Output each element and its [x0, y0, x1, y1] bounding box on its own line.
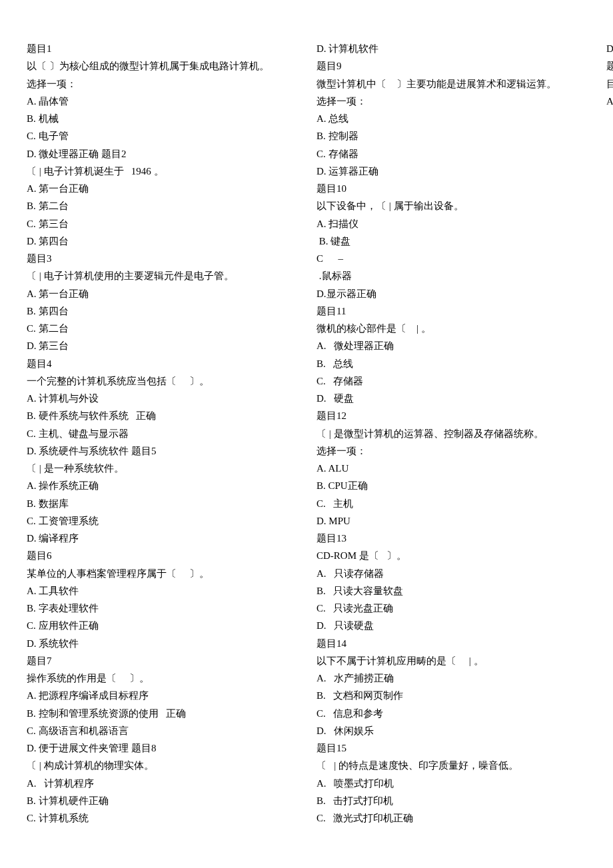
text-line: 题目6	[27, 547, 297, 564]
text-line: C –	[316, 250, 586, 267]
text-line: 〔 | 电子计算机诞生于 1946 。	[27, 163, 297, 180]
text-line: B. 控制器	[316, 127, 586, 145]
text-line: 题目7	[27, 652, 297, 669]
text-line: A. 只读存储器	[316, 565, 586, 582]
text-line: A. 计算机程序	[27, 775, 297, 792]
text-line: 题目11	[316, 302, 586, 320]
text-line: C. 工资管理系统	[27, 512, 297, 530]
text-line: C. 高级语言和机器语言	[27, 722, 297, 739]
text-line: C. 信息和参考	[316, 705, 586, 722]
text-line: 题目10	[316, 180, 586, 197]
text-line: D. MPU	[316, 512, 586, 530]
text-line: D. 第三台	[27, 337, 297, 354]
text-line: CD-ROM 是〔 〕。	[316, 547, 586, 564]
text-line: D. 系统硬件与系统软件 题目5	[27, 442, 297, 460]
text-line: B. 文档和网页制作	[316, 687, 586, 704]
text-line: 〔 | 电子计算机使用的主要逻辑元件是电子管。	[27, 267, 297, 284]
text-line: 题目4	[27, 355, 297, 372]
text-line: 操作系统的作用是〔 〕。	[27, 669, 297, 687]
text-line: A. 水产捕捞正确	[316, 669, 586, 687]
text-line: 选择一项：	[316, 442, 586, 460]
text-line: C. 激光式打印机正确	[316, 809, 586, 827]
text-line: B. 计算机硬件正确	[27, 792, 297, 809]
text-line: 选择一项：	[27, 75, 297, 93]
text-line: D. 编译程序	[27, 530, 297, 547]
text-line: A. 喷墨式打印机	[316, 775, 586, 792]
text-line: D. 计算机软件	[316, 40, 586, 57]
text-line: D. 硬盘	[316, 390, 586, 407]
text-line: A. 总线	[316, 110, 586, 127]
text-line: B. 键盘	[316, 232, 586, 250]
text-line: B. 字表处理软件	[27, 600, 297, 617]
text-line: C. 只读光盘正确	[316, 600, 586, 617]
text-line: C. 应用软件正确	[27, 617, 297, 634]
text-line: D. 点阵式打印机	[606, 40, 613, 57]
text-line: .鼠标器	[316, 267, 586, 284]
text-line: 某单位的人事档案管理程序属于〔 〕。	[27, 565, 297, 582]
text-line: 以〔 〕为核心组成的微型计算机属于集成电路计算机。	[27, 57, 297, 75]
text-line: B. 数据库	[27, 495, 297, 512]
text-line: C. 主机、键盘与显示器	[27, 425, 297, 442]
text-line: A. 把源程序编译成目标程序	[27, 687, 297, 704]
text-line: C. 第三台	[27, 215, 297, 232]
text-line: 一个完整的计算机系统应当包括〔 〕。	[27, 372, 297, 390]
text-line: B. 击打式打印机	[316, 792, 586, 809]
text-line: 微机的核心部件是〔 | 。	[316, 320, 586, 337]
text-line: 〔 | 构成计算机的物理实体。	[27, 757, 297, 774]
text-line: C. 第二台	[27, 320, 297, 337]
text-line: 选择一项：	[316, 93, 586, 110]
text-line: 题目14	[316, 635, 586, 652]
text-line: 以下设备中，〔 | 属于输出设备。	[316, 197, 586, 215]
text-line: 题目13	[316, 530, 586, 547]
text-line: 〔 | 是一种系统软件。	[27, 460, 297, 477]
text-line: B. 只读大容量软盘	[316, 582, 586, 600]
text-line: A. ALU	[316, 460, 586, 477]
text-line: C. 存储器	[316, 372, 586, 390]
text-line: A. 检查计算机是否感染病毒，消除已感染的任何病毒	[606, 93, 613, 110]
text-line: D.显示器正确	[316, 285, 586, 302]
text-line: C. 计算机系统	[27, 809, 297, 827]
text-line: A. 微处理器正确	[316, 337, 586, 354]
text-line: C. 电子管	[27, 127, 297, 145]
text-line: D. 休闲娱乐	[316, 722, 586, 739]
text-line: 〔 | 是微型计算机的运算器、控制器及存储器统称。	[316, 425, 586, 442]
text-line: 〔 | 的特点是速度快、印字质量好，噪音低。	[316, 757, 586, 774]
text-line: C. 主机	[316, 495, 586, 512]
text-line: B. 第四台	[27, 302, 297, 320]
text-line: A. 晶体管	[27, 93, 297, 110]
text-line: 微型计算机中〔 〕主要功能是进展算术和逻辑运算。	[316, 75, 586, 93]
text-line: 题目9	[316, 57, 586, 75]
text-line: A. 第一台正确	[27, 285, 297, 302]
text-line: B. 总线	[316, 355, 586, 372]
text-line: D. 便于进展文件夹管理 题目8	[27, 739, 297, 757]
text-line: D. 运算器正确	[316, 163, 586, 180]
text-line: 题目1	[27, 40, 297, 57]
text-line: 目前使用的防杀病毒软件的作用是〔 〕。	[606, 75, 613, 93]
text-line: 题目16	[606, 57, 613, 75]
text-line: A. 计算机与外设	[27, 390, 297, 407]
text-line: A. 扫描仪	[316, 215, 586, 232]
text-line: B. CPU正确	[316, 477, 586, 494]
text-line: 以下不属于计算机应用畴的是〔 | 。	[316, 652, 586, 669]
text-line: B. 控制和管理系统资源的使用 正确	[27, 705, 297, 722]
text-line: A. 第一台正确	[27, 180, 297, 197]
text-line: A. 操作系统正确	[27, 477, 297, 494]
text-line: D. 系统软件	[27, 635, 297, 652]
text-line: B. 硬件系统与软件系统 正确	[27, 407, 297, 424]
text-line: 题目3	[27, 250, 297, 267]
text-line: D. 只读硬盘	[316, 617, 586, 634]
text-line: D. 第四台	[27, 232, 297, 250]
text-line: 题目12	[316, 407, 586, 424]
document-page: 题目1以〔 〕为核心组成的微型计算机属于集成电路计算机。选择一项：A. 晶体管B…	[0, 0, 613, 866]
text-line: B. 机械	[27, 110, 297, 127]
text-line: A. 工具软件	[27, 582, 297, 600]
text-line: C. 存储器	[316, 145, 586, 163]
text-line: 题目15	[316, 739, 586, 757]
text-line: D. 微处理器正确 题目2	[27, 145, 297, 163]
text-line: B. 第二台	[27, 197, 297, 215]
